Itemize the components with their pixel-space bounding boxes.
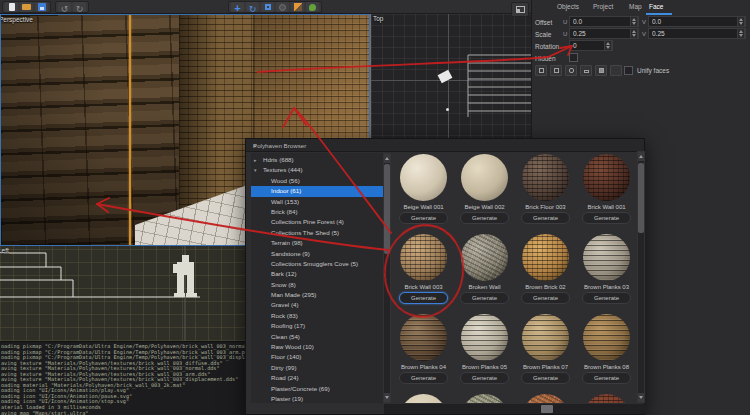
tree-item-collections-the-shed-5[interactable]: Collections The Shed (5) bbox=[251, 228, 383, 238]
texture-cell-beige-wall-002: Beige Wall 002Generate bbox=[454, 153, 515, 233]
generate-button-brown-planks-07[interactable]: Generate bbox=[521, 372, 570, 384]
texture-sphere-brown-planks-07[interactable] bbox=[522, 314, 569, 361]
face-tool-button-5[interactable] bbox=[595, 65, 607, 76]
texture-sphere-item[interactable] bbox=[522, 394, 569, 403]
texture-sphere-broken-wall[interactable] bbox=[461, 234, 508, 281]
scale-tool-button[interactable] bbox=[261, 2, 274, 12]
scale-v-input[interactable] bbox=[648, 28, 746, 39]
texture-sphere-beige-wall-001[interactable] bbox=[400, 154, 447, 201]
close-icon[interactable]: × bbox=[253, 142, 640, 149]
tab-map[interactable]: Map bbox=[629, 3, 642, 10]
texture-sphere-item[interactable] bbox=[400, 394, 447, 403]
hscroll-handle[interactable] bbox=[541, 405, 553, 413]
scale-u-spinner[interactable] bbox=[630, 28, 638, 39]
texture-sphere-brown-planks-08[interactable] bbox=[583, 314, 630, 361]
texture-sphere-brick-wall-001[interactable] bbox=[583, 154, 630, 201]
generate-button-brown-planks-05[interactable]: Generate bbox=[460, 372, 509, 384]
tree-item-roofing-17[interactable]: Roofing (17) bbox=[251, 321, 383, 331]
tree-item-label: Roofing (17) bbox=[271, 322, 305, 329]
texture-sphere-brown-brick-02[interactable] bbox=[522, 234, 569, 281]
texture-sphere-brick-floor-003[interactable] bbox=[522, 154, 569, 201]
tab-project[interactable]: Project bbox=[593, 3, 613, 10]
tree-item-wood-56[interactable]: Wood (56) bbox=[251, 176, 383, 186]
tree-item-man-made-295[interactable]: Man Made (295) bbox=[251, 290, 383, 300]
texture-sphere-brown-planks-05[interactable] bbox=[461, 314, 508, 361]
offset-v-spinner[interactable] bbox=[737, 16, 745, 27]
face-tool-button-3[interactable] bbox=[565, 65, 577, 76]
rotation-spinner[interactable] bbox=[604, 40, 612, 51]
face-tool-button-1[interactable] bbox=[535, 65, 547, 76]
tree-item-plaster-19[interactable]: Plaster (19) bbox=[251, 394, 383, 403]
tab-face[interactable]: Face bbox=[649, 3, 663, 10]
face-tool-button-2[interactable] bbox=[550, 65, 562, 76]
expander-icon[interactable]: ▾ bbox=[254, 165, 257, 175]
tree-item-hdris-688[interactable]: ▸Hdris (688) bbox=[251, 155, 383, 165]
generate-button-brown-planks-04[interactable]: Generate bbox=[399, 372, 448, 384]
texture-sphere-brown-planks-03[interactable] bbox=[583, 234, 630, 281]
texture-sphere-brick-wall-003[interactable] bbox=[400, 234, 447, 281]
viewport-left[interactable]: Left bbox=[0, 246, 245, 341]
scale-v-spinner[interactable] bbox=[737, 28, 745, 39]
face-select-tool-button[interactable] bbox=[291, 2, 304, 12]
save-button[interactable] bbox=[35, 2, 48, 12]
offset-u-spinner[interactable] bbox=[630, 16, 638, 27]
tree-item-indoor-61[interactable]: Indoor (61) bbox=[251, 186, 383, 196]
generate-button-brick-wall-003[interactable]: Generate bbox=[399, 292, 448, 304]
generate-button-brick-wall-001[interactable]: Generate bbox=[582, 212, 631, 224]
generate-button-brown-planks-08[interactable]: Generate bbox=[582, 372, 631, 384]
tree-item-brick-84[interactable]: Brick (84) bbox=[251, 207, 383, 217]
tree-item-clean-54[interactable]: Clean (54) bbox=[251, 332, 383, 342]
tree-item-wall-153[interactable]: Wall (153) bbox=[251, 197, 383, 207]
texture-sphere-brown-planks-04[interactable] bbox=[400, 314, 447, 361]
brick-wall-left[interactable] bbox=[1, 15, 179, 246]
tree-item-gravel-4[interactable]: Gravel (4) bbox=[251, 300, 383, 310]
tree-item-label: Collections The Shed (5) bbox=[271, 229, 339, 236]
scale-label: Scale bbox=[535, 31, 551, 38]
texture-sphere-beige-wall-002[interactable] bbox=[461, 154, 508, 201]
hidden-checkbox[interactable] bbox=[569, 53, 578, 62]
sphere-tool-button[interactable] bbox=[276, 2, 289, 12]
tree-item-road-24[interactable]: Road (24) bbox=[251, 373, 383, 383]
generate-button-beige-wall-002[interactable]: Generate bbox=[460, 212, 509, 224]
tree-item-collections-smugglers-cove-5[interactable]: Collections Smugglers Cove (5) bbox=[251, 259, 383, 269]
single-view-button[interactable] bbox=[511, 2, 529, 17]
generate-button-brown-planks-03[interactable]: Generate bbox=[582, 292, 631, 304]
expander-icon[interactable]: ▸ bbox=[254, 155, 257, 165]
new-file-button[interactable] bbox=[5, 2, 18, 12]
undo-button[interactable] bbox=[58, 2, 71, 12]
scale-u-input[interactable] bbox=[569, 28, 639, 39]
open-folder-button[interactable] bbox=[20, 2, 33, 12]
grid-scrollbar[interactable] bbox=[637, 151, 645, 403]
face-tool-button-4[interactable] bbox=[580, 65, 592, 76]
entity-marker[interactable] bbox=[446, 108, 449, 111]
unify-faces-checkbox[interactable] bbox=[624, 66, 633, 75]
texture-sphere-item[interactable] bbox=[461, 394, 508, 403]
tree-item-collections-pine-forest-4[interactable]: Collections Pine Forest (4) bbox=[251, 217, 383, 227]
tree-item-sandstone-9[interactable]: Sandstone (9) bbox=[251, 249, 383, 259]
tree-item-rock-83[interactable]: Rock (83) bbox=[251, 311, 383, 321]
tree-item-dirty-99[interactable]: Dirty (99) bbox=[251, 363, 383, 373]
tree-item-plaster-concrete-69[interactable]: Plaster/Concrete (69) bbox=[251, 384, 383, 394]
face-tool-button-6[interactable] bbox=[610, 65, 622, 76]
offset-v-input[interactable] bbox=[648, 16, 746, 27]
tree-item-bark-12[interactable]: Bark (12) bbox=[251, 269, 383, 279]
tree-item-raw-wood-10[interactable]: Raw Wood (10) bbox=[251, 342, 383, 352]
tree-item-textures-444[interactable]: ▾Textures (444) bbox=[251, 165, 383, 175]
horizontal-scrollbar[interactable] bbox=[384, 404, 645, 414]
generate-button-brown-brick-02[interactable]: Generate bbox=[521, 292, 570, 304]
generate-button-beige-wall-001[interactable]: Generate bbox=[399, 212, 448, 224]
generate-button-brick-floor-003[interactable]: Generate bbox=[521, 212, 570, 224]
rotate-tool-button[interactable] bbox=[246, 2, 259, 12]
tree-item-terrain-98[interactable]: Terrain (98) bbox=[251, 238, 383, 248]
texture-sphere-item[interactable] bbox=[583, 394, 630, 403]
offset-u-input[interactable] bbox=[569, 16, 639, 27]
redo-button[interactable] bbox=[73, 2, 86, 12]
tab-objects[interactable]: Objects bbox=[557, 3, 579, 10]
generate-button-broken-wall[interactable]: Generate bbox=[460, 292, 509, 304]
paint-tool-button[interactable] bbox=[306, 2, 319, 12]
tree-item-floor-140[interactable]: Floor (140) bbox=[251, 352, 383, 362]
tree-item-label: Textures (444) bbox=[263, 166, 303, 173]
tree-scrollbar[interactable] bbox=[383, 153, 391, 403]
tree-item-snow-8[interactable]: Snow (8) bbox=[251, 280, 383, 290]
translate-tool-button[interactable] bbox=[231, 2, 244, 12]
